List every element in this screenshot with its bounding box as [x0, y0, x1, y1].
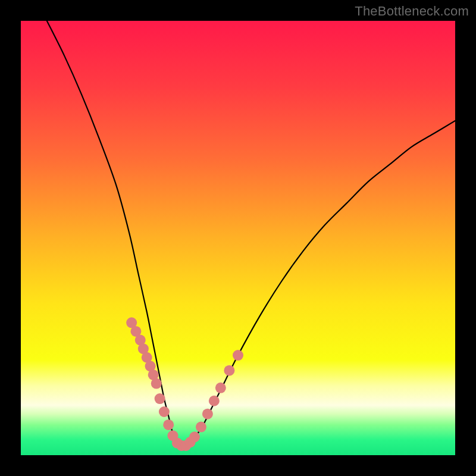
curve-marker: [224, 365, 234, 376]
curve-marker: [151, 378, 162, 389]
watermark-text: TheBottleneck.com: [355, 4, 469, 19]
gradient-background: [21, 21, 455, 455]
curve-marker: [196, 422, 206, 433]
curve-marker: [189, 431, 200, 442]
chart-svg: [21, 21, 455, 455]
curve-marker: [155, 393, 165, 404]
chart-frame: TheBottleneck.com: [0, 0, 476, 476]
plot-area: [21, 21, 455, 455]
curve-marker: [233, 350, 243, 361]
curve-marker: [202, 409, 213, 419]
curve-marker: [163, 419, 174, 430]
curve-marker: [159, 406, 170, 417]
curve-marker: [209, 396, 220, 406]
curve-marker: [215, 383, 226, 393]
